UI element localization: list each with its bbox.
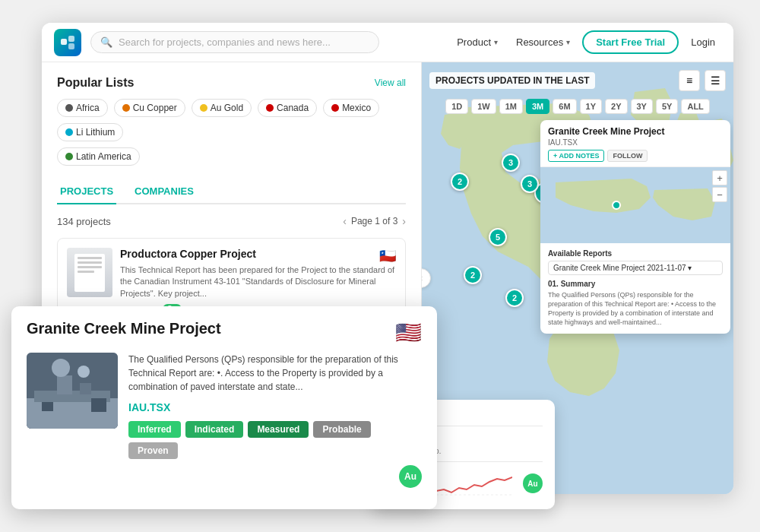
large-card-body: The Qualified Persons (QPs) responsible … [27, 353, 422, 494]
zoom-in-button[interactable]: + [712, 170, 727, 185]
navbar: 🔍 Search for projects, companies and new… [42, 23, 733, 62]
svg-rect-11 [91, 398, 106, 412]
project-image [27, 353, 118, 429]
measured-tag[interactable]: Measured [248, 421, 309, 438]
pagination: ‹ Page 1 of 3 › [343, 215, 406, 227]
probable-tag[interactable]: Probable [313, 421, 370, 438]
latam-dot [65, 153, 73, 160]
time-btn-1m[interactable]: 1M [499, 99, 523, 114]
project-thumbnail [67, 248, 112, 297]
tags-row-2: Latin America [57, 147, 406, 166]
svg-point-13 [78, 366, 90, 378]
thumb-line-1 [78, 257, 102, 259]
svg-rect-1 [68, 36, 74, 42]
company-chart [436, 468, 512, 499]
tab-projects[interactable]: PROJECTS [57, 179, 116, 204]
country-flag: 🇺🇸 [395, 320, 422, 345]
popup-mini-header: Granite Creek Mine Project IAU.TSX + ADD… [540, 120, 730, 167]
tag-mexico[interactable]: Mexico [323, 99, 379, 117]
summary-label: 01. Summary [548, 280, 723, 288]
svg-point-12 [52, 359, 70, 377]
nav-product[interactable]: Product ▾ [451, 33, 504, 51]
results-count: 134 projects [57, 216, 111, 227]
copper-dot [122, 104, 130, 112]
inferred-tag[interactable]: Inferred [128, 421, 181, 438]
chevron-down-icon: ▾ [566, 38, 570, 46]
map-filter-button[interactable]: ≡ [679, 70, 700, 91]
large-card-title: Granite Creek Mine Project [27, 320, 221, 337]
view-all-link[interactable]: View all [375, 78, 406, 88]
large-card-header: Granite Creek Mine Project 🇺🇸 [27, 320, 422, 345]
time-btn-all[interactable]: ALL [681, 99, 709, 114]
time-btn-5y[interactable]: 5Y [656, 99, 678, 114]
resource-tags: Inferred Indicated Measured Probable Pro… [128, 421, 422, 459]
cluster-marker[interactable]: 3 [521, 175, 539, 193]
tag-copper[interactable]: Cu Copper [114, 99, 185, 117]
svg-rect-10 [42, 402, 53, 411]
search-input: Search for projects, companies and news … [119, 36, 331, 48]
thumbnail-inner [74, 254, 105, 292]
large-card-text: The Qualified Persons (QPs) responsible … [128, 353, 422, 494]
time-btn-3y[interactable]: 3Y [631, 99, 653, 114]
chevron-down-icon: ▾ [494, 38, 498, 46]
tab-companies[interactable]: COMPANIES [131, 179, 197, 204]
map-list-button[interactable]: ☰ [705, 70, 726, 91]
large-card-description: The Qualified Persons (QPs) responsible … [128, 353, 422, 394]
tabs-row: PROJECTS COMPANIES [57, 179, 406, 204]
popular-lists-title: Popular Lists [57, 76, 134, 90]
tag-lithium[interactable]: Li Lithium [57, 123, 123, 141]
lithium-dot [65, 128, 73, 136]
thumb-line-4 [78, 271, 94, 273]
prev-page-button[interactable]: ‹ [343, 215, 347, 227]
tag-gold[interactable]: Au Gold [192, 99, 252, 117]
popup-mini-title: Granite Creek Mine Project [548, 126, 723, 137]
page-info: Page 1 of 3 [351, 216, 397, 226]
nav-links: Product ▾ Resources ▾ Start Free Trial L… [451, 30, 721, 54]
svg-rect-2 [68, 43, 74, 49]
popup-mini-body: Available Reports Granite Creek Mine Pro… [540, 243, 730, 334]
cluster-marker[interactable]: 2 [451, 173, 469, 191]
trial-button[interactable]: Start Free Trial [582, 30, 679, 54]
mine-illustration [27, 353, 118, 429]
time-btn-1w[interactable]: 1W [471, 99, 496, 114]
time-btn-6m[interactable]: 6M [553, 99, 576, 114]
time-btn-1d[interactable]: 1D [445, 99, 468, 114]
proven-tag[interactable]: Proven [128, 442, 178, 459]
thumb-line-3 [78, 266, 102, 268]
map-header: PROJECTS UPDATED IN THE LAST ≡ ☰ [429, 70, 726, 91]
search-icon: 🔍 [100, 36, 112, 48]
cluster-marker[interactable]: 5 [489, 228, 507, 246]
indicated-tag[interactable]: Indicated [185, 421, 244, 438]
add-notes-button[interactable]: + ADD NOTES [548, 150, 604, 162]
tag-canada[interactable]: Canada [258, 99, 317, 117]
project-info: Productora Copper Project 🇨🇱 This Techni… [120, 248, 396, 314]
map-controls: ≡ ☰ [679, 70, 726, 91]
time-btn-1y[interactable]: 1Y [580, 99, 602, 114]
cluster-marker[interactable]: 2 [464, 266, 482, 284]
report-select[interactable]: Granite Creek Mine Project 2021-11-07 ▾ [548, 261, 723, 275]
tag-africa[interactable]: Africa [57, 99, 108, 117]
cluster-marker[interactable]: 2 [505, 289, 524, 307]
reports-label: Available Reports [548, 249, 723, 258]
large-card-ticker: IAU.TSX [128, 401, 422, 413]
app-logo[interactable] [54, 29, 81, 56]
company-mineral-badge: Au [523, 473, 543, 493]
next-page-button[interactable]: › [402, 215, 406, 227]
mexico-dot [331, 104, 339, 112]
zoom-out-button[interactable]: − [712, 187, 727, 202]
search-bar[interactable]: 🔍 Search for projects, companies and new… [90, 31, 379, 53]
project-description: This Technical Report has been prepared … [120, 264, 396, 299]
gold-dot [200, 104, 207, 112]
project-flag: 🇨🇱 [379, 248, 396, 264]
image-inner [27, 353, 118, 429]
time-btn-2y[interactable]: 2Y [605, 99, 627, 114]
mini-map-svg [540, 167, 730, 243]
nav-resources[interactable]: Resources ▾ [510, 33, 576, 51]
tag-latam[interactable]: Latin America [57, 147, 140, 166]
popular-lists-header: Popular Lists View all [57, 76, 406, 90]
cluster-marker[interactable]: 3 [502, 154, 520, 172]
time-btn-3m[interactable]: 3M [526, 99, 549, 114]
login-button[interactable]: Login [685, 33, 721, 51]
summary-text: The Qualified Persons (QPs) responsible … [548, 290, 723, 328]
follow-button[interactable]: FOLLOW [607, 150, 648, 162]
